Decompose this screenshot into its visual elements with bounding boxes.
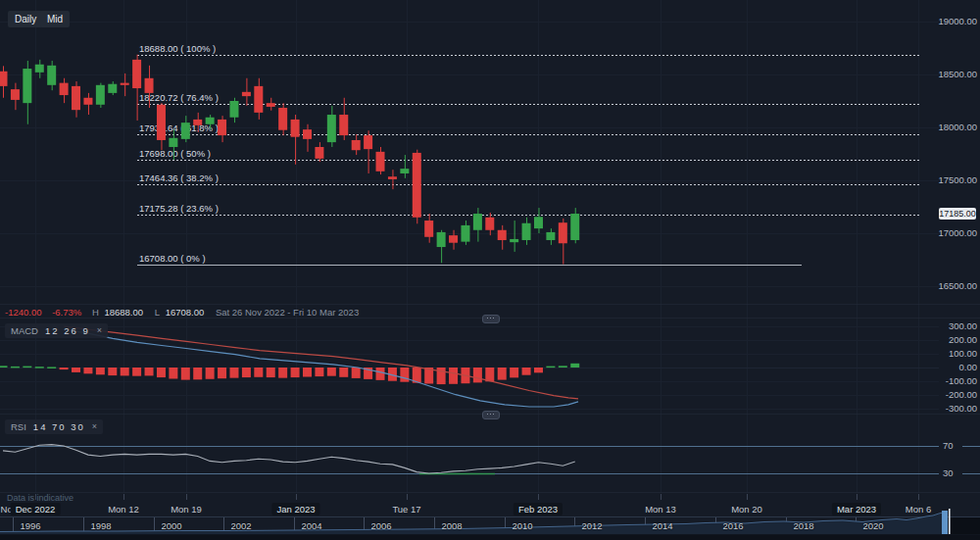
- candle-body: [327, 115, 336, 142]
- trading-chart-app: { "toolbar": { "daily": "Daily", "mid": …: [0, 0, 980, 540]
- candle-body: [60, 83, 69, 95]
- macd-histogram-bar: [510, 368, 518, 377]
- macd-histogram-bar: [303, 368, 312, 377]
- macd-histogram-bar: [278, 368, 287, 378]
- navigator-year-label: 2014: [652, 520, 672, 531]
- macd-histogram-bar: [132, 368, 141, 376]
- candle-body: [108, 84, 117, 93]
- price-tick-label: 16500.00: [938, 280, 977, 291]
- navigator-year-label: 2000: [161, 520, 181, 531]
- candle-body: [352, 140, 361, 150]
- candle-body: [424, 221, 433, 237]
- macd-tick-label: 300.00: [949, 320, 977, 331]
- panel-resize-handle-macd[interactable]: [482, 315, 500, 323]
- candle-body: [193, 120, 202, 125]
- macd-histogram-bar: [229, 368, 238, 378]
- macd-histogram-bar: [267, 368, 275, 377]
- macd-close-button[interactable]: ×: [97, 325, 102, 336]
- candle-body: [132, 60, 141, 88]
- date-label: Mon 13: [645, 503, 676, 515]
- candle-body: [485, 218, 494, 230]
- macd-histogram-bar: [315, 368, 323, 376]
- high-value: 18688.00: [104, 307, 143, 318]
- candle-body: [291, 120, 300, 137]
- fib-level-label: 17175.28 ( 23.6% ): [139, 203, 219, 214]
- candle-body: [546, 232, 555, 240]
- candle-body: [376, 152, 385, 172]
- rsi-params[interactable]: 14 70 30: [33, 421, 85, 432]
- macd-histogram-bar: [498, 368, 507, 380]
- chart-canvas[interactable]: 18688.00 ( 100% )18220.72 ( 76.4% )17931…: [0, 0, 980, 540]
- price-tick-label: 18500.00: [938, 69, 977, 79]
- candle-body: [23, 69, 31, 103]
- macd-tick-label: -100.00: [946, 375, 977, 386]
- candle-body: [121, 83, 129, 85]
- price-tick-label: 18000.00: [938, 122, 977, 132]
- price-tick-label: 19000.00: [938, 16, 977, 26]
- candle-body: [400, 169, 409, 173]
- macd-histogram-bar: [352, 368, 361, 378]
- macd-histogram-bar: [570, 364, 579, 368]
- macd-histogram-bar: [83, 368, 92, 373]
- macd-histogram-bar: [376, 368, 385, 380]
- macd-histogram-bar: [449, 368, 458, 384]
- change-value: -1240.00: [5, 307, 42, 318]
- date-label: Mon 6: [906, 503, 931, 515]
- macd-histogram-bar: [534, 368, 543, 372]
- date-label: Mon 20: [731, 503, 762, 515]
- panel-resize-handle-rsi[interactable]: [482, 411, 500, 419]
- date-label-month-chip: Feb 2023: [514, 503, 563, 515]
- candle-body: [181, 123, 190, 139]
- navigator-year-label: 2006: [370, 520, 391, 531]
- macd-histogram-bar: [47, 367, 56, 368]
- macd-histogram-bar: [145, 368, 154, 375]
- bottom-strip: [0, 535, 980, 540]
- candle-body: [145, 78, 154, 93]
- candle-body: [83, 98, 92, 105]
- candle-body: [267, 103, 275, 107]
- navigator-year-label: 2016: [722, 520, 743, 531]
- macd-histogram-bar: [121, 368, 129, 375]
- macd-histogram-bar: [23, 367, 31, 368]
- macd-tick-label: -200.00: [946, 389, 977, 400]
- candle-body: [315, 147, 323, 159]
- candle-body: [473, 214, 482, 230]
- candle-body: [303, 129, 312, 139]
- navigator-year-label: 2002: [230, 520, 251, 531]
- macd-histogram-bar: [108, 368, 117, 375]
- rsi-indicator-chip[interactable]: RSI 14 70 30 ×: [5, 419, 103, 434]
- timeframe-mid-button[interactable]: Mid: [40, 11, 70, 27]
- macd-histogram-bar: [35, 367, 44, 368]
- navigator-year-label: 1998: [90, 520, 111, 531]
- macd-histogram-bar: [339, 368, 348, 377]
- candle-body: [510, 239, 518, 242]
- low-value: 16708.00: [166, 307, 205, 318]
- price-tick-label: 17000.00: [938, 227, 977, 238]
- change-percent: -6.73%: [52, 307, 81, 318]
- candle-body: [157, 105, 166, 140]
- date-label-month-chip: Mar 2023: [832, 503, 881, 515]
- macd-histogram-bar: [157, 368, 166, 377]
- range-navigator[interactable]: 1996199820002002200420062008201020122014…: [0, 517, 980, 534]
- macd-histogram-bar: [327, 368, 336, 376]
- date-range: Sat 26 Nov 2022 - Fri 10 Mar 2023: [216, 307, 359, 318]
- macd-params[interactable]: 12 26 9: [45, 325, 90, 336]
- navigator-year-label: 2012: [581, 520, 602, 531]
- fib-level-label: 17698.00 ( 50% ): [139, 148, 211, 159]
- rsi-close-button[interactable]: ×: [92, 421, 97, 432]
- macd-histogram-bar: [291, 368, 300, 377]
- candle-body: [218, 120, 226, 135]
- candle-body: [0, 72, 8, 86]
- date-label: Mon 19: [171, 503, 202, 515]
- date-label: Tue 17: [392, 503, 420, 515]
- macd-histogram-bar: [169, 368, 177, 378]
- candle-body: [11, 89, 20, 100]
- date-axis[interactable]: NovDec 2022Mon 12Mon 19Jan 2023Tue 17Feb…: [0, 501, 980, 517]
- timeframe-daily-button[interactable]: Daily: [8, 11, 43, 27]
- macd-indicator-chip[interactable]: MACD 12 26 9 ×: [5, 323, 108, 338]
- candle-body: [498, 230, 507, 240]
- candle-body: [522, 223, 531, 240]
- date-label-month-chip: Dec 2022: [11, 503, 61, 515]
- macd-histogram-bar: [254, 368, 263, 377]
- date-label-month-chip: Jan 2023: [271, 503, 319, 515]
